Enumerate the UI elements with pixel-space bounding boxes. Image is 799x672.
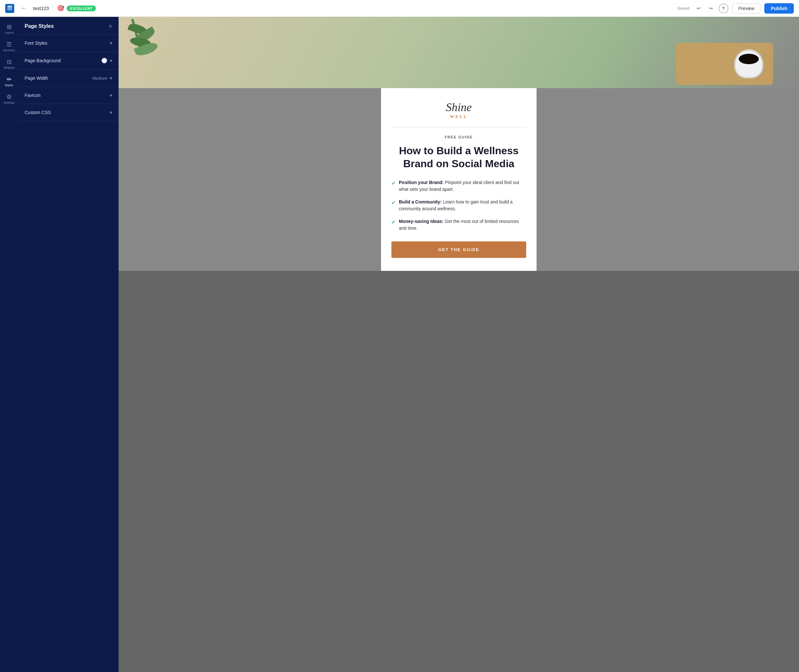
font-styles-row[interactable]: Font Styles ▾ [25, 35, 112, 51]
check-icon: ✔ [392, 199, 396, 207]
chevron-down-icon: ▾ [110, 110, 112, 115]
list-item-text: Money-saving Ideas: Get the most out of … [399, 218, 526, 232]
page-width-label: Page Width [25, 75, 48, 81]
font-styles-section: Font Styles ▾ [18, 35, 118, 52]
page-width-right: Medium ▾ [92, 75, 112, 81]
back-button[interactable]: ← [18, 3, 29, 13]
panel-header: Page Styles × [18, 17, 118, 35]
page-width-section: Page Width Medium ▾ [18, 70, 118, 87]
canvas-area: Shine WELL FREE GUIDE How to Build a Wel… [118, 17, 799, 672]
font-styles-label: Font Styles [25, 40, 47, 46]
chevron-down-icon: ▾ [110, 75, 112, 81]
page-card: Shine WELL FREE GUIDE How to Build a Wel… [381, 88, 537, 271]
undo-button[interactable]: ↩ [695, 4, 703, 13]
sections-icon: ☰ [6, 41, 12, 48]
page-card-wrapper: Shine WELL FREE GUIDE How to Build a Wel… [118, 88, 799, 271]
header-divider [53, 5, 53, 12]
page-title: test123 [33, 5, 49, 11]
custom-css-right: ▾ [110, 110, 112, 115]
help-button[interactable]: ? [719, 3, 729, 13]
quality-badge: EXCELLENT [67, 5, 96, 11]
benefits-list: ✔ Position your Brand: Pinpoint your ide… [392, 179, 526, 232]
svg-rect-1 [8, 8, 12, 8]
check-icon: ✔ [392, 218, 396, 226]
page-subtitle: FREE GUIDE [392, 135, 526, 139]
sidebar-nav: ⊞ Layout ☰ Sections ⊟ Widgets ✏ Styles ⚙… [0, 17, 18, 672]
custom-css-section: Custom CSS ▾ [18, 104, 118, 121]
cta-button[interactable]: GET THE GUIDE [392, 242, 526, 258]
page-background-label: Page Background [25, 58, 61, 63]
panel-title: Page Styles [25, 23, 54, 29]
page-background-right: ▾ [101, 58, 112, 64]
list-item: ✔ Money-saving Ideas: Get the most out o… [392, 218, 526, 232]
hero-photo [118, 17, 799, 88]
check-icon: ✔ [392, 179, 396, 187]
main-layout: ⊞ Layout ☰ Sections ⊟ Widgets ✏ Styles ⚙… [0, 17, 799, 672]
chevron-down-icon: ▾ [110, 58, 112, 63]
list-item-bold: Position your Brand: [399, 180, 444, 185]
favicon-section: Favicon ▾ [18, 87, 118, 104]
styles-icon: ✏ [7, 76, 12, 83]
sidebar-item-settings[interactable]: ⚙ Settings [1, 91, 17, 107]
widgets-icon: ⊟ [7, 58, 12, 66]
sidebar-item-label: Settings [3, 101, 15, 104]
list-item-bold: Money-saving Ideas: [399, 219, 444, 224]
font-styles-right: ▾ [110, 40, 112, 46]
page-width-row[interactable]: Page Width Medium ▾ [25, 70, 112, 86]
custom-css-row[interactable]: Custom CSS ▾ [25, 104, 112, 121]
favicon-right: ▾ [110, 93, 112, 98]
svg-rect-2 [8, 6, 12, 7]
page-divider [392, 127, 526, 127]
panel-close-button[interactable]: × [109, 23, 112, 29]
sidebar-item-label: Styles [5, 83, 13, 87]
sidebar-item-styles[interactable]: ✏ Styles [1, 73, 17, 90]
sidebar-item-sections[interactable]: ☰ Sections [1, 38, 17, 54]
custom-css-label: Custom CSS [25, 110, 51, 115]
app-logo [5, 4, 14, 13]
app-header: ← test123 🎯 EXCELLENT Saved ↩ ↪ ? Previe… [0, 0, 799, 17]
publish-button[interactable]: Publish [764, 3, 794, 14]
sidebar-item-label: Layout [5, 31, 14, 34]
favicon-label: Favicon [25, 93, 40, 98]
sidebar-item-label: Sections [3, 49, 15, 52]
logo-well-text: WELL [392, 114, 526, 119]
list-item: ✔ Build a Community: Learn how to gain t… [392, 198, 526, 212]
redo-button[interactable]: ↪ [707, 4, 715, 13]
canvas-content: Shine WELL FREE GUIDE How to Build a Wel… [118, 17, 799, 672]
saved-label: Saved [678, 6, 689, 11]
svg-rect-0 [8, 9, 12, 10]
page-heading: How to Build a Wellness Brand on Social … [392, 144, 526, 170]
favicon-row[interactable]: Favicon ▾ [25, 87, 112, 104]
sidebar-item-layout[interactable]: ⊞ Layout [1, 21, 17, 37]
layout-icon: ⊞ [7, 23, 12, 30]
page-background-row[interactable]: Page Background ▾ [25, 52, 112, 69]
target-icon: 🎯 [57, 5, 65, 12]
list-item-text: Position your Brand: Pinpoint your ideal… [399, 179, 526, 193]
list-item-text: Build a Community: Learn how to gain tru… [399, 198, 526, 212]
page-width-value: Medium [92, 76, 107, 81]
page-background-toggle[interactable] [101, 58, 107, 64]
list-item-bold: Build a Community: [399, 199, 442, 205]
preview-button[interactable]: Preview [732, 3, 761, 14]
page-logo-area: Shine WELL [392, 101, 526, 119]
quality-badge-wrap: 🎯 EXCELLENT [57, 5, 96, 12]
settings-icon: ⚙ [6, 93, 12, 101]
chevron-down-icon: ▾ [110, 93, 112, 98]
sidebar-item-label: Widgets [3, 66, 15, 69]
page-background-section: Page Background ▾ [18, 52, 118, 70]
chevron-down-icon: ▾ [110, 40, 112, 46]
list-item: ✔ Position your Brand: Pinpoint your ide… [392, 179, 526, 193]
styles-panel: Page Styles × Font Styles ▾ Page Backgro… [18, 17, 118, 672]
logo-shine-text: Shine [392, 101, 526, 114]
sidebar-item-widgets[interactable]: ⊟ Widgets [1, 56, 17, 72]
